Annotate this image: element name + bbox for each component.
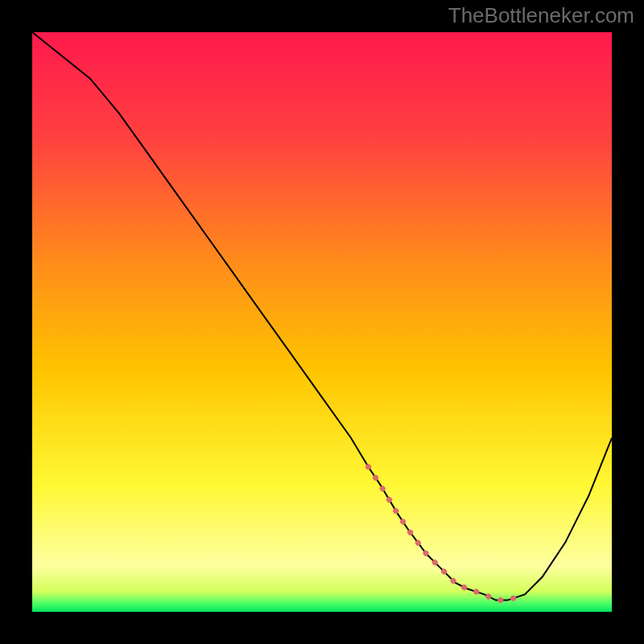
watermark-text: TheBottleneker.com bbox=[448, 3, 634, 28]
chart-frame: TheBottleneker.com bbox=[0, 0, 644, 644]
gradient-background bbox=[32, 32, 612, 612]
chart-svg bbox=[32, 32, 612, 612]
plot-area bbox=[32, 32, 612, 612]
